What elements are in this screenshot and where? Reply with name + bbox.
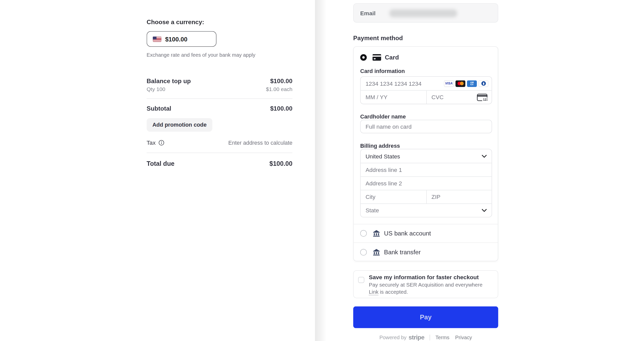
billing-address-group: United States [360, 149, 492, 217]
footer-divider [430, 334, 430, 340]
state-select[interactable]: State [361, 203, 492, 217]
expiry-cell [361, 91, 426, 104]
expiry-cvc-row: 123 [361, 90, 492, 104]
country-select[interactable]: United States [361, 149, 492, 163]
tax-value: Enter address to calculate [228, 140, 293, 146]
subtotal-label: Subtotal [147, 105, 171, 112]
tax-row: Tax Enter address to calculate [147, 139, 293, 146]
total-due-label: Total due [147, 160, 174, 167]
us-bank-radio[interactable] [360, 230, 367, 236]
mastercard-icon [456, 80, 465, 87]
bank-icon [373, 229, 380, 237]
us-bank-label: US bank account [384, 230, 431, 236]
cvc-card-icon: 123 [477, 93, 488, 101]
amex-icon: AMEX [467, 80, 477, 87]
zip-cell [426, 190, 491, 203]
line-item-row: Balance top up $100.00 [147, 78, 293, 84]
cardholder-name-input[interactable] [361, 120, 492, 133]
info-icon[interactable] [158, 140, 164, 146]
email-label: Email [360, 10, 376, 17]
credit-card-icon [373, 54, 381, 61]
card-radio-selected[interactable] [360, 54, 367, 61]
bank-transfer-label: Bank transfer [384, 248, 421, 255]
chevron-down-icon [482, 209, 487, 212]
checkout-footer: Powered by stripe Terms Privacy [353, 334, 498, 341]
cvc-cell: 123 [426, 91, 491, 104]
summary-divider [147, 153, 293, 153]
stripe-logo[interactable]: stripe [408, 334, 424, 341]
svg-text:123: 123 [483, 98, 488, 101]
card-number-row: VISA AMEX [361, 77, 492, 90]
payment-option-card[interactable]: Card [360, 54, 399, 61]
pay-button[interactable]: Pay [353, 306, 498, 328]
add-promotion-code-button[interactable]: Add promotion code [147, 118, 212, 132]
link-link[interactable]: Link [369, 289, 378, 295]
payment-option-bank-transfer[interactable]: Bank transfer [360, 242, 492, 262]
card-brand-badges: VISA AMEX [444, 80, 488, 87]
diners-icon [478, 80, 488, 87]
card-information-label: Card information [360, 68, 405, 74]
line-item-qty: Qty 100 [147, 86, 165, 92]
bank-transfer-radio[interactable] [360, 249, 367, 255]
city-input[interactable] [361, 190, 426, 203]
us-flag-icon [153, 36, 161, 42]
card-expiry-input[interactable] [361, 91, 426, 104]
bank-icon [373, 248, 380, 256]
save-info-description: Pay securely at SER Acquisition and ever… [369, 282, 490, 295]
save-info-checkbox[interactable] [358, 277, 364, 283]
billing-address-label: Billing address [360, 143, 400, 149]
address-line2-input[interactable] [361, 177, 492, 190]
cardholder-name-field [360, 120, 492, 133]
panel-divider-shadow [315, 0, 326, 341]
cardholder-name-label: Cardholder name [360, 114, 406, 120]
visa-icon: VISA [444, 80, 454, 87]
card-option-label: Card [385, 54, 399, 61]
total-due-amount: $100.00 [269, 160, 292, 167]
powered-by-label: Powered by [379, 334, 406, 340]
tax-label: Tax [147, 139, 156, 146]
card-information-group: VISA AMEX [360, 76, 492, 104]
chevron-down-icon [482, 154, 487, 158]
total-due-row: Total due $100.00 [147, 160, 293, 167]
state-value: State [365, 207, 379, 214]
payment-option-us-bank[interactable]: US bank account [360, 224, 492, 243]
address1-row [361, 163, 492, 176]
email-value-redacted [389, 9, 457, 17]
zip-input[interactable] [427, 190, 492, 203]
payment-method-heading: Payment method [353, 34, 403, 41]
exchange-rate-note: Exchange rate and fees of your bank may … [147, 52, 255, 58]
card-number-input[interactable] [361, 77, 444, 90]
line-item-amount: $100.00 [270, 78, 292, 84]
city-zip-row [361, 190, 492, 203]
checkout-page: Choose a currency: $100.00 Exchange rate… [0, 0, 644, 341]
currency-heading: Choose a currency: [147, 19, 204, 25]
payment-method-panel: Card Card information VISA AMEX [353, 46, 498, 261]
line-item-name: Balance top up [147, 78, 191, 84]
line-item-unit-price: $1.00 each [266, 86, 293, 92]
subtotal-amount: $100.00 [270, 105, 292, 112]
address-line1-input[interactable] [361, 163, 492, 176]
privacy-link[interactable]: Privacy [455, 334, 472, 340]
currency-amount: $100.00 [165, 36, 187, 42]
card-cvc-input[interactable] [427, 91, 477, 104]
terms-link[interactable]: Terms [435, 334, 449, 340]
currency-selector[interactable]: $100.00 [147, 31, 216, 47]
save-info-title: Save my information for faster checkout [369, 274, 479, 280]
subtotal-row: Subtotal $100.00 [147, 105, 293, 112]
address2-row [361, 176, 492, 190]
country-value: United States [365, 153, 400, 159]
save-info-box: Save my information for faster checkout … [353, 270, 498, 298]
email-field[interactable]: Email [353, 3, 498, 23]
line-item-qty-row: Qty 100 $1.00 each [147, 86, 293, 92]
city-cell [361, 190, 426, 203]
summary-divider [147, 98, 293, 99]
